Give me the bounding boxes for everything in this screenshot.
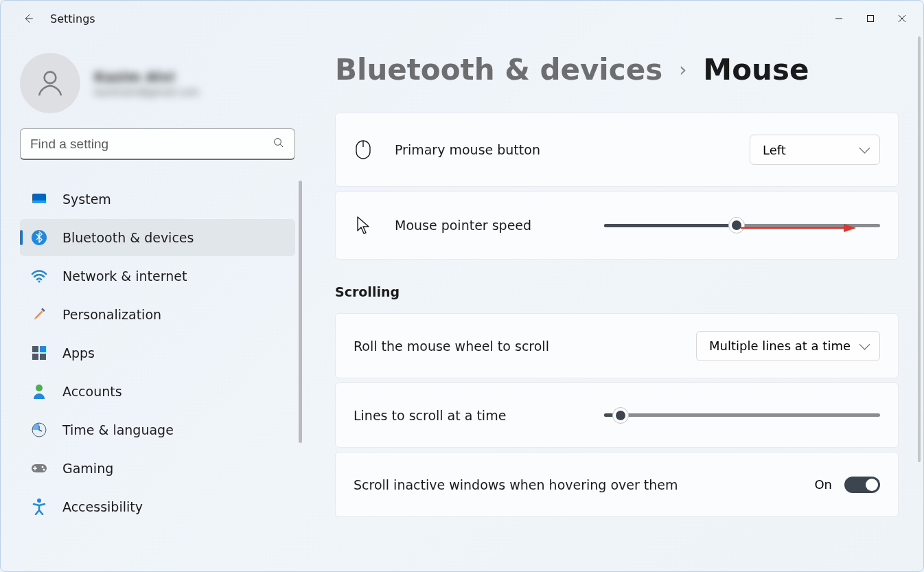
dropdown-value: Left	[763, 143, 786, 157]
scroll-inactive-card: Scroll inactive windows when hovering ov…	[335, 452, 899, 517]
pointer-speed-card: Mouse pointer speed	[335, 191, 899, 260]
search-input[interactable]	[30, 137, 273, 152]
scrolling-heading: Scrolling	[335, 284, 899, 299]
minimize-button[interactable]	[823, 8, 855, 30]
setting-label: Scroll inactive windows when hovering ov…	[354, 477, 814, 492]
profile-name: Kazim Alvi	[94, 69, 199, 85]
cursor-icon	[354, 216, 373, 235]
apps-icon	[31, 345, 47, 361]
mouse-icon	[354, 140, 373, 159]
nav-item-accounts[interactable]: Accounts	[20, 373, 295, 410]
svg-point-4	[45, 72, 56, 84]
clock-icon	[31, 422, 47, 438]
person-icon	[31, 383, 47, 400]
titlebar: Settings	[1, 1, 923, 36]
back-button[interactable]	[14, 5, 42, 32]
nav-label: Personalization	[62, 307, 161, 322]
nav-label: System	[62, 192, 111, 207]
svg-rect-13	[40, 346, 46, 352]
nav-label: Accounts	[62, 384, 122, 399]
sidebar: Kazim Alvi kazimalvi@gmail.com System Bl…	[1, 36, 314, 571]
svg-rect-1	[868, 16, 874, 22]
search-icon	[273, 137, 285, 152]
chevron-right-icon: ›	[679, 58, 686, 81]
nav-label: Network & internet	[62, 268, 187, 284]
svg-rect-8	[32, 201, 46, 203]
breadcrumb-current: Mouse	[703, 53, 809, 87]
scroll-inactive-toggle[interactable]	[844, 477, 880, 493]
svg-point-10	[38, 281, 41, 283]
content-scrollbar[interactable]	[918, 36, 921, 462]
close-button[interactable]	[886, 8, 918, 30]
breadcrumb: Bluetooth & devices › Mouse	[335, 53, 899, 87]
nav-item-network[interactable]: Network & internet	[20, 258, 295, 295]
brush-icon	[31, 306, 47, 323]
nav-list: System Bluetooth & devices Network & int…	[20, 181, 295, 525]
svg-point-16	[36, 385, 43, 391]
app-title: Settings	[50, 12, 95, 25]
nav-label: Bluetooth & devices	[62, 230, 194, 245]
wheel-scroll-card: Roll the mouse wheel to scroll Multiple …	[335, 313, 899, 378]
breadcrumb-parent[interactable]: Bluetooth & devices	[335, 53, 662, 87]
nav-label: Accessibility	[62, 499, 143, 514]
nav-item-accessibility[interactable]: Accessibility	[20, 488, 295, 525]
wifi-icon	[31, 268, 47, 284]
system-icon	[31, 191, 47, 207]
main-content: Bluetooth & devices › Mouse Primary mous…	[314, 36, 923, 571]
toggle-state-label: On	[814, 477, 832, 492]
svg-point-5	[275, 138, 281, 145]
wheel-scroll-dropdown[interactable]: Multiple lines at a time	[696, 331, 880, 361]
dropdown-value: Multiple lines at a time	[709, 339, 851, 353]
sidebar-scrollbar[interactable]	[299, 181, 302, 443]
bluetooth-icon	[31, 229, 47, 246]
primary-button-dropdown[interactable]: Left	[750, 135, 880, 165]
maximize-button[interactable]	[855, 8, 886, 30]
nav-item-apps[interactable]: Apps	[20, 334, 295, 371]
gamepad-icon	[31, 460, 47, 477]
nav-label: Time & language	[62, 422, 174, 437]
setting-label: Primary mouse button	[395, 142, 750, 157]
setting-label: Mouse pointer speed	[395, 218, 604, 233]
nav-item-bluetooth[interactable]: Bluetooth & devices	[20, 219, 295, 256]
lines-scroll-slider[interactable]	[604, 408, 880, 423]
nav-item-gaming[interactable]: Gaming	[20, 450, 295, 487]
setting-label: Roll the mouse wheel to scroll	[354, 339, 696, 354]
nav-item-personalization[interactable]: Personalization	[20, 296, 295, 333]
search-box[interactable]	[20, 128, 295, 160]
profile-email: kazimalvi@gmail.com	[94, 87, 199, 98]
setting-label: Lines to scroll at a time	[354, 408, 604, 423]
svg-point-20	[43, 469, 45, 471]
annotation-arrow-icon	[741, 223, 857, 233]
svg-point-21	[37, 499, 41, 503]
avatar	[20, 53, 80, 113]
profile-info: Kazim Alvi kazimalvi@gmail.com	[94, 69, 199, 98]
accessibility-icon	[31, 499, 47, 515]
svg-marker-25	[844, 224, 856, 232]
svg-line-6	[280, 144, 283, 147]
svg-rect-15	[40, 354, 46, 360]
nav-item-time[interactable]: Time & language	[20, 411, 295, 448]
nav-item-system[interactable]: System	[20, 181, 295, 218]
nav-label: Gaming	[62, 461, 113, 476]
primary-mouse-button-card: Primary mouse button Left	[335, 113, 899, 187]
svg-point-19	[42, 466, 44, 468]
svg-rect-12	[32, 346, 38, 352]
lines-scroll-card: Lines to scroll at a time	[335, 382, 899, 448]
svg-rect-14	[32, 354, 38, 360]
profile-block[interactable]: Kazim Alvi kazimalvi@gmail.com	[20, 53, 295, 113]
nav-label: Apps	[62, 345, 95, 361]
